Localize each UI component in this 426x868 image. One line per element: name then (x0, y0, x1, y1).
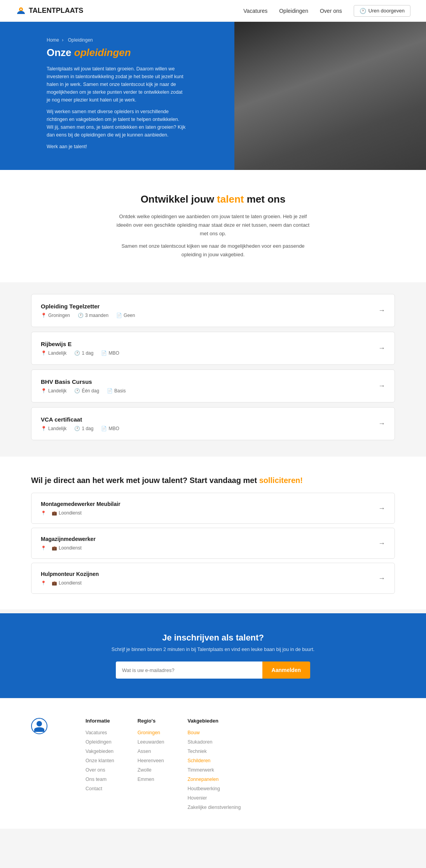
logo[interactable]: TALENTPLAATS (16, 5, 83, 16)
list-item: Zwolle (138, 766, 164, 773)
footer-link-assen[interactable]: Assen (138, 749, 151, 754)
training-card-2[interactable]: BHV Basis Cursus 📍 Landelijk 🕐 Één dag 📄… (31, 369, 395, 402)
hero-left: Home › Opleidingen Onze opleidingen Tale… (0, 22, 234, 170)
logo-text: TALENTPLAATS (29, 7, 83, 15)
footer-link-schilderen[interactable]: Schilderen (187, 758, 210, 763)
footer-link-onze-klanten[interactable]: Onze klanten (86, 758, 114, 763)
jobs-title: Wil je direct aan het werk met jouw tale… (31, 476, 395, 485)
footer-link-over-ons[interactable]: Over ons (86, 767, 105, 773)
breadcrumb-separator: › (62, 37, 63, 43)
footer-link-techniek[interactable]: Techniek (187, 749, 206, 754)
footer-link-vakgebieden[interactable]: Vakgebieden (86, 749, 113, 754)
footer-link-heerenveen[interactable]: Heerenveen (138, 758, 164, 763)
hero-tagline: Werk aan je talent! (47, 143, 187, 150)
training-card-3[interactable]: VCA certificaat 📍 Landelijk 🕐 1 dag 📄 MB… (31, 407, 395, 440)
arrow-icon: → (378, 420, 385, 428)
training-duration-2: 🕐 Één dag (74, 388, 99, 394)
email-form: Aanmelden (116, 662, 310, 679)
training-location-0: 📍 Groningen (41, 313, 70, 318)
list-item: Emmen (138, 776, 164, 782)
footer-link-hovenier[interactable]: Hovenier (187, 795, 207, 801)
footer-link-zonnepanelen[interactable]: Zonnepanelen (187, 777, 218, 782)
location-icon: 📍 (41, 313, 47, 318)
location-icon: 📍 (41, 511, 46, 516)
breadcrumb-current: Opleidingen (68, 37, 93, 43)
footer-link-zwolle[interactable]: Zwolle (138, 767, 152, 773)
list-item: Timmerwerk (187, 766, 241, 773)
diploma-icon: 📄 (101, 350, 107, 356)
training-location-2: 📍 Landelijk (41, 388, 66, 394)
job-card-1[interactable]: Magazijnmedewerker 📍 💼 Loondienst → (31, 528, 395, 559)
hero-section: Home › Opleidingen Onze opleidingen Tale… (0, 22, 426, 170)
footer-link-opleidingen[interactable]: Opleidingen (86, 739, 112, 745)
location-icon: 📍 (41, 388, 47, 394)
nav-opleidingen[interactable]: Opleidingen (279, 8, 308, 14)
clock-icon: 🕐 (78, 313, 84, 318)
list-item: Over ons (86, 766, 114, 773)
list-item: Onze klanten (86, 757, 114, 763)
jobs-section: Wil je direct aan het werk met jouw tale… (0, 457, 426, 609)
footer-link-houtbewerking[interactable]: Houtbewerking (187, 786, 220, 791)
logo-icon (16, 5, 26, 16)
footer-col-vakgebieden-heading: Vakgebieden (187, 718, 241, 724)
arrow-icon: → (378, 574, 385, 583)
list-item: Hovenier (187, 794, 241, 801)
job-title-1: Magazijnmedewerker (41, 536, 96, 542)
develop-title: Ontwikkel jouw talent met ons (8, 193, 418, 205)
nav-over-ons[interactable]: Over ons (320, 8, 342, 14)
develop-paragraph-1: Ontdek welke opleidingen we aanbieden om… (112, 212, 314, 238)
list-item: Zonnepanelen (187, 776, 241, 782)
training-card-1[interactable]: Rijbewijs E 📍 Landelijk 🕐 1 dag 📄 MBO → (31, 332, 395, 365)
training-location-3: 📍 Landelijk (41, 426, 66, 431)
footer-link-timmerwerk[interactable]: Timmerwerk (187, 767, 214, 773)
job-type-0: 💼 Loondienst (52, 510, 82, 516)
training-level-3: 📄 MBO (101, 426, 119, 431)
job-card-2[interactable]: Hulpmonteur Kozijnen 📍 💼 Loondienst → (31, 563, 395, 594)
training-card-0[interactable]: Opleiding Tegelzetter 📍 Groningen 🕐 3 ma… (31, 294, 395, 327)
svg-point-1 (20, 9, 22, 10)
footer-link-bouw[interactable]: Bouw (187, 730, 199, 735)
footer-link-leeuwarden[interactable]: Leeuwarden (138, 739, 164, 745)
list-item: Bouw (187, 729, 241, 735)
job-card-0[interactable]: Montagemedewerker Meubilair 📍 💼 Loondien… (31, 493, 395, 524)
footer-link-ons-team[interactable]: Ons team (86, 777, 106, 782)
footer-link-zakelijke[interactable]: Zakelijke dienstverlening (187, 805, 241, 810)
footer-link-groningen[interactable]: Groningen (138, 730, 160, 735)
training-duration-3: 🕐 1 dag (74, 426, 93, 431)
diploma-icon: 📄 (107, 388, 113, 394)
footer-link-contact[interactable]: Contact (86, 786, 102, 791)
list-item: Techniek (187, 748, 241, 754)
footer-logo-icon (31, 718, 47, 734)
footer-link-stukadoren[interactable]: Stukadoren (187, 739, 212, 745)
training-title-2: BHV Basis Cursus (41, 378, 126, 385)
hero-text: Talentplaats wil jouw talent laten groei… (47, 65, 187, 154)
arrow-icon: → (378, 504, 385, 513)
uren-doorgeven-button[interactable]: 🕐 Uren doorgeven (354, 5, 410, 17)
clock-icon: 🕐 (74, 426, 80, 431)
clock-icon: 🕐 (360, 8, 366, 14)
list-item: Houtbewerking (187, 785, 241, 791)
job-title-0: Montagemedewerker Meubilair (41, 501, 120, 507)
list-item: Heerenveen (138, 757, 164, 763)
footer-columns: Informatie Vacatures Opleidingen Vakgebi… (86, 718, 395, 813)
list-item: Ons team (86, 776, 114, 782)
training-location-1: 📍 Landelijk (41, 350, 66, 356)
footer-link-emmen[interactable]: Emmen (138, 777, 154, 782)
breadcrumb-home[interactable]: Home (47, 37, 59, 43)
hero-photo (234, 22, 426, 170)
footer-link-vacatures[interactable]: Vacatures (86, 730, 107, 735)
hero-title-orange: opleidingen (74, 47, 131, 58)
arrow-icon: → (378, 344, 385, 352)
job-title-2: Hulpmonteur Kozijnen (41, 571, 99, 577)
email-cta-subtitle: Schrijf je binnen binnen 2 minuten in bi… (8, 647, 418, 652)
nav-vacatures[interactable]: Vacatures (243, 8, 267, 14)
footer: Informatie Vacatures Opleidingen Vakgebi… (0, 698, 426, 829)
list-item: Vakgebieden (86, 748, 114, 754)
email-input[interactable] (116, 662, 262, 679)
aanmelden-button[interactable]: Aanmelden (262, 662, 310, 679)
briefcase-icon: 💼 (52, 581, 57, 586)
footer-logo (31, 718, 62, 734)
email-cta-section: Je inschrijven als talent? Schrijf je bi… (0, 613, 426, 698)
footer-col-informatie-heading: Informatie (86, 718, 114, 724)
develop-section: Ontwikkel jouw talent met ons Ontdek wel… (0, 170, 426, 282)
